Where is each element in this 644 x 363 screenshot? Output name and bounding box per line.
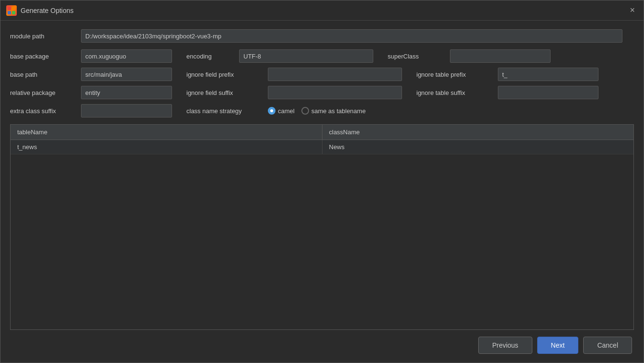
title-bar-left: Generate Options xyxy=(6,5,74,16)
title-bar: Generate Options × xyxy=(0,0,644,21)
radio-camel-label: camel xyxy=(278,107,295,115)
ignore-table-prefix-input[interactable] xyxy=(498,68,598,81)
relative-package-input[interactable] xyxy=(81,86,172,99)
svg-rect-2 xyxy=(8,11,11,14)
base-package-row: base package encoding superClass xyxy=(10,49,634,63)
previous-button[interactable]: Previous xyxy=(478,337,532,354)
svg-rect-1 xyxy=(12,7,15,10)
ignore-field-prefix-label: ignore field prefix xyxy=(186,71,268,78)
base-path-row: base path ignore field prefix ignore tab… xyxy=(10,68,634,81)
extra-class-suffix-label: extra class suffix xyxy=(10,107,81,115)
col-classname-header: className xyxy=(322,125,634,140)
footer: Previous Next Cancel xyxy=(10,330,634,358)
class-name-strategy-label: class name strategy xyxy=(186,107,268,115)
ignore-field-suffix-label: ignore field suffix xyxy=(186,89,268,96)
app-icon xyxy=(6,5,17,16)
base-package-input[interactable] xyxy=(81,49,172,63)
superclass-input[interactable] xyxy=(450,49,551,63)
radio-camel-circle[interactable] xyxy=(268,107,276,115)
form-rows: module path base package encoding superC… xyxy=(10,29,634,117)
svg-rect-0 xyxy=(8,7,11,10)
base-path-label: base path xyxy=(10,71,81,78)
encoding-label: encoding xyxy=(186,53,239,60)
window-title: Generate Options xyxy=(21,7,74,14)
base-path-input[interactable] xyxy=(81,68,172,81)
ignore-table-suffix-label: ignore table suffix xyxy=(416,89,498,96)
relative-package-row: relative package ignore field suffix ign… xyxy=(10,86,634,99)
close-button[interactable]: × xyxy=(627,4,638,16)
radio-camel-option[interactable]: camel xyxy=(268,107,295,115)
base-package-label: base package xyxy=(10,53,81,60)
ignore-table-prefix-label: ignore table prefix xyxy=(416,71,498,78)
table-header: tableName className xyxy=(11,125,633,140)
radio-same-label: same as tablename xyxy=(311,107,366,115)
next-button[interactable]: Next xyxy=(537,337,579,354)
class-table: tableName className t_news News xyxy=(10,124,634,330)
table-cell-classname: News xyxy=(322,140,634,154)
radio-same-circle[interactable] xyxy=(301,107,309,115)
ignore-field-suffix-input[interactable] xyxy=(268,86,402,99)
module-path-label: module path xyxy=(10,33,81,40)
module-path-input[interactable] xyxy=(81,29,622,43)
cancel-button[interactable]: Cancel xyxy=(583,337,632,354)
radio-same-option[interactable]: same as tablename xyxy=(301,107,366,115)
ignore-table-suffix-input[interactable] xyxy=(498,86,598,99)
content-area: module path base package encoding superC… xyxy=(0,21,644,363)
class-name-strategy-group: camel same as tablename xyxy=(268,107,366,115)
extra-class-suffix-row: extra class suffix class name strategy c… xyxy=(10,104,634,117)
encoding-input[interactable] xyxy=(239,49,373,63)
table-body: t_news News xyxy=(11,140,633,329)
svg-rect-3 xyxy=(12,11,15,14)
relative-package-label: relative package xyxy=(10,89,81,96)
col-tablename-header: tableName xyxy=(11,125,322,140)
ignore-field-prefix-input[interactable] xyxy=(268,68,402,81)
table-row[interactable]: t_news News xyxy=(11,140,633,154)
module-path-row: module path xyxy=(10,29,634,43)
superclass-label: superClass xyxy=(388,53,450,60)
extra-class-suffix-input[interactable] xyxy=(81,104,172,117)
main-window: Generate Options × module path base pack… xyxy=(0,0,644,363)
table-cell-tablename: t_news xyxy=(11,140,322,154)
